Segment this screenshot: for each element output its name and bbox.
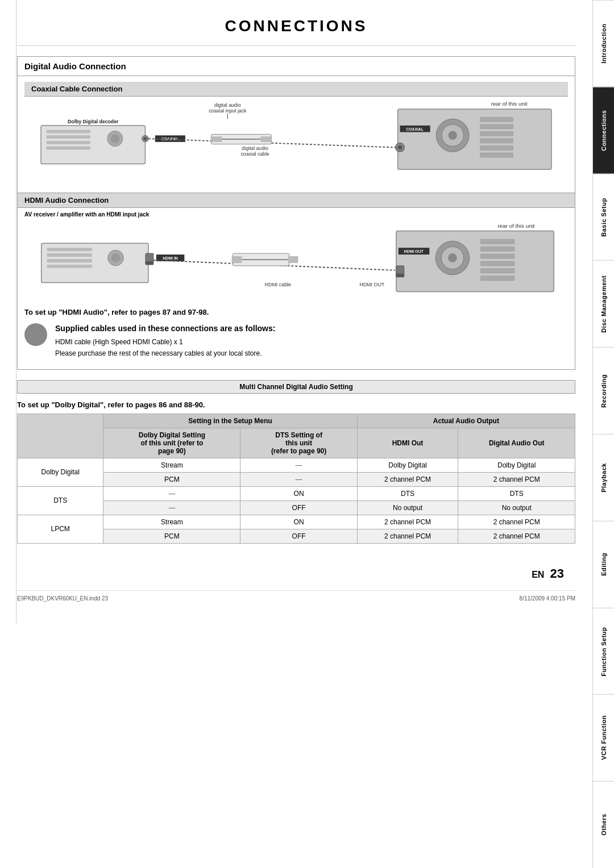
- svg-rect-40: [47, 248, 92, 251]
- svg-point-30: [448, 253, 457, 262]
- digital-out-2ch-pcm1: 2 channel PCM: [458, 472, 575, 486]
- sidebar-tab-introduction[interactable]: Introduction: [593, 0, 614, 87]
- svg-rect-41: [47, 253, 92, 257]
- dolby-decoder-label: Dolby Digital decoder: [68, 119, 119, 124]
- footer-left: E9PKBUD_DKVR60KU_EN.indd 23: [17, 595, 108, 602]
- sidebar: Introduction Connections Basic Setup Dis…: [592, 0, 614, 868]
- svg-point-5: [398, 145, 403, 150]
- th-dolby-setting: Dolby Digital Settingof this unit (refer…: [103, 428, 240, 458]
- dts-setting-dash2: —: [240, 472, 357, 486]
- svg-text:HDMI OUT: HDMI OUT: [404, 249, 424, 253]
- table-row: LPCM Stream ON 2 channel PCM 2 channel P…: [18, 515, 575, 529]
- supplied-item2: Please purchase the rest of the necessar…: [55, 349, 262, 357]
- hdmi-cable-label: HDMI cable: [265, 282, 292, 287]
- supplied-item1: HDMI cable (High Speed HDMI Cable) x 1: [55, 338, 183, 346]
- format-lpcm: LPCM: [18, 515, 103, 543]
- svg-rect-42: [47, 259, 92, 262]
- coaxial-diagram-svg: rear of this unit COAXIAL: [24, 97, 568, 185]
- decorative-border-left: [16, 0, 16, 623]
- svg-text:coaxial cable: coaxial cable: [240, 151, 269, 157]
- svg-rect-26: [260, 136, 271, 142]
- coaxial-input-label: digital audio: [214, 102, 241, 108]
- svg-rect-46: [146, 261, 154, 265]
- av-receiver-label: AV receiver / amplifier with an HDMI inp…: [24, 211, 568, 218]
- col-audio-format: [18, 414, 103, 458]
- coaxial-diagram: rear of this unit COAXIAL: [24, 97, 568, 185]
- svg-rect-8: [480, 132, 513, 136]
- dolby-setting-dash4: —: [103, 500, 240, 515]
- lpcm-digital-2ch2: 2 channel PCM: [458, 529, 575, 543]
- sidebar-tab-vcr-function[interactable]: VCR Function: [593, 694, 614, 781]
- svg-point-19: [111, 134, 119, 143]
- dts-setting-on: ON: [240, 486, 357, 500]
- digital-out-dolby: Dolby Digital: [458, 458, 575, 472]
- footer-right: 8/11/2009 4:00:15 PM: [520, 595, 575, 602]
- rear-unit-hdmi: [396, 231, 554, 291]
- hdmi-out-dts: DTS: [357, 486, 458, 500]
- svg-rect-50: [288, 256, 298, 263]
- svg-rect-11: [480, 153, 513, 157]
- lpcm-hdmi-2ch1: 2 channel PCM: [357, 515, 458, 529]
- svg-rect-35: [480, 247, 514, 251]
- lpcm-dts-off: OFF: [240, 529, 357, 543]
- coaxial-subtitle: Coaxial Cable Connection: [24, 82, 568, 97]
- multi-channel-label: Multi Channel Digital Audio Setting: [17, 380, 575, 394]
- sidebar-tab-disc-management[interactable]: Disc Management: [593, 260, 614, 347]
- svg-rect-7: [480, 124, 513, 129]
- svg-rect-37: [480, 261, 514, 266]
- digital-out-dts: DTS: [458, 486, 575, 500]
- svg-rect-14: [47, 130, 90, 133]
- dts-setting-off: OFF: [240, 500, 357, 515]
- supplied-text: Supplied cables used in these connection…: [55, 322, 275, 359]
- svg-point-2: [448, 131, 457, 140]
- sidebar-tab-others[interactable]: Others: [593, 781, 614, 868]
- svg-point-21: [144, 137, 147, 140]
- svg-rect-34: [480, 239, 514, 244]
- hdmi-subtitle: HDMI Audio Connection: [18, 193, 575, 208]
- th-digital-out: Digital Audio Out: [458, 428, 575, 458]
- page-footer: E9PKBUD_DKVR60KU_EN.indd 23 8/11/2009 4:…: [17, 590, 575, 606]
- svg-text:coaxial input jack: coaxial input jack: [209, 108, 247, 114]
- table-row: Dolby Digital Stream — Dolby Digital Dol…: [18, 458, 575, 472]
- svg-rect-15: [47, 135, 90, 139]
- th-dts-setting: DTS Setting ofthis unit(refer to page 90…: [240, 428, 357, 458]
- table-row: DTS — ON DTS DTS: [18, 486, 575, 500]
- svg-rect-9: [480, 139, 513, 143]
- rear-unit-coaxial: [398, 109, 551, 169]
- dolby-setting-stream: Stream: [103, 458, 240, 472]
- dolby-setup-note: To set up "Dolby Digital", refer to page…: [17, 400, 575, 409]
- section-heading: Digital Audio Connection: [18, 57, 575, 76]
- svg-rect-16: [47, 141, 90, 144]
- dolby-setting-pcm: PCM: [103, 472, 240, 486]
- hdmi-out-dolby: Dolby Digital: [357, 458, 458, 472]
- svg-rect-10: [480, 146, 513, 151]
- sidebar-tab-basic-setup[interactable]: Basic Setup: [593, 174, 614, 261]
- hdmi-section: HDMI Audio Connection AV receiver / ampl…: [18, 193, 575, 369]
- sidebar-tab-function-setup[interactable]: Function Setup: [593, 608, 614, 695]
- sidebar-tab-playback[interactable]: Playback: [593, 434, 614, 521]
- svg-rect-49: [232, 256, 242, 263]
- col-group-output: Actual Audio Output: [357, 414, 575, 428]
- svg-rect-38: [480, 269, 514, 273]
- sidebar-tab-connections[interactable]: Connections: [593, 87, 614, 174]
- dolby-setting-dash3: —: [103, 486, 240, 500]
- digital-audio-connection-section: Digital Audio Connection Coaxial Cable C…: [17, 56, 575, 370]
- lpcm-digital-2ch1: 2 channel PCM: [458, 515, 575, 529]
- supplied-heading: Supplied cables used in these connection…: [55, 322, 275, 335]
- hdmi-diagram: rear of this unit HDMI OUT: [18, 219, 575, 299]
- sidebar-tab-editing[interactable]: Editing: [593, 521, 614, 608]
- lpcm-dolby-pcm: PCM: [103, 529, 240, 543]
- hdmi-setup-note: To set up "HDMI Audio", refer to pages 8…: [24, 308, 568, 316]
- lpcm-dolby-stream: Stream: [103, 515, 240, 529]
- supplied-circle-icon: [24, 323, 47, 346]
- sidebar-tab-recording[interactable]: Recording: [593, 347, 614, 434]
- hdmi-out-nooutput: No output: [357, 500, 458, 515]
- main-content: CONNECTIONS Digital Audio Connection Coa…: [0, 0, 592, 623]
- th-hdmi-out: HDMI Out: [357, 428, 458, 458]
- col-group-setup: Setting in the Setup Menu: [103, 414, 357, 428]
- svg-rect-36: [480, 254, 514, 258]
- hdmi-out-label: HDMI OUT: [359, 282, 385, 287]
- format-dts: DTS: [18, 486, 103, 515]
- dts-setting-dash1: —: [240, 458, 357, 472]
- svg-rect-33: [396, 274, 404, 277]
